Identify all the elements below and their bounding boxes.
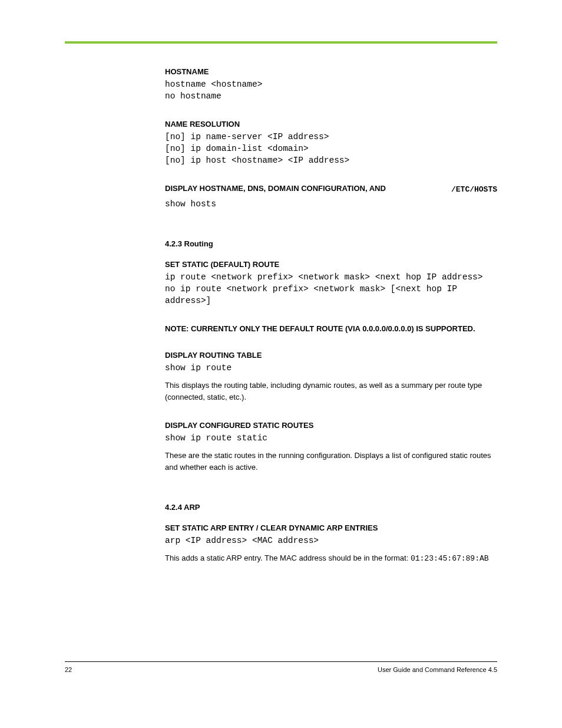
name-resolution-code: [no] ip name-server <IP address> [no] ip… [165, 131, 497, 166]
hostname-heading: HOSTNAME [165, 67, 209, 76]
footer-doc-title: User Guide and Command Reference 4.5 [378, 666, 497, 673]
static-routes-desc: These are the static routes in the runni… [165, 450, 497, 473]
show-ip-route-static-code: show ip route static [165, 432, 497, 444]
show-hosts-code: show hosts [165, 198, 497, 210]
display-hosts-heading: DISPLAY HOSTNAME, DNS, DOMAIN CONFIGURAT… [165, 184, 386, 196]
arp-desc: This adds a static ARP entry. The MAC ad… [165, 552, 497, 565]
arp-desc-prefix: This adds a static ARP entry. The MAC ad… [165, 554, 411, 562]
display-static-routes-heading: DISPLAY CONFIGURED STATIC ROUTES [165, 421, 313, 430]
show-ip-route-code: show ip route [165, 362, 497, 374]
arp-section-title: 4.2.4 ARP [165, 503, 497, 512]
arp-mac-format: 01:23:45:67:89:AB [411, 554, 489, 563]
ip-route-code: ip route <network prefix> <network mask>… [165, 271, 497, 307]
set-static-route-heading: SET STATIC (DEFAULT) ROUTE [165, 260, 279, 269]
routing-section-title: 4.2.3 Routing [165, 239, 497, 248]
etc-hosts-path: /ETC/HOSTS [451, 184, 497, 196]
page-number: 22 [65, 666, 72, 673]
display-routing-table-heading: DISPLAY ROUTING TABLE [165, 351, 262, 360]
routing-table-desc: This displays the routing table, includi… [165, 380, 497, 403]
name-resolution-heading: NAME RESOLUTION [165, 120, 240, 129]
arp-code: arp <IP address> <MAC address> [165, 535, 497, 546]
set-static-arp-heading: SET STATIC ARP ENTRY / CLEAR DYNAMIC ARP… [165, 523, 378, 532]
route-note: NOTE: CURRENTLY ONLY THE DEFAULT ROUTE (… [165, 324, 475, 333]
hostname-code: hostname <hostname> no hostname [165, 78, 497, 102]
